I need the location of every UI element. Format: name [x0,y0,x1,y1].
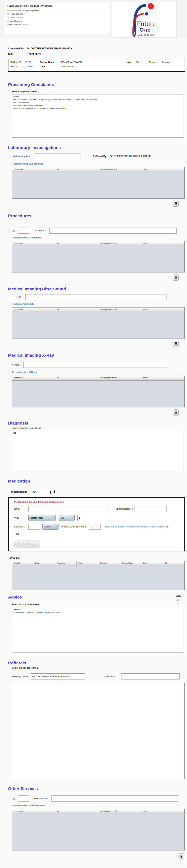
lab-investigation-input[interactable] [35,153,80,159]
frequency-select[interactable]: OD ▼ [59,515,75,521]
gender-label: Gender : [149,61,162,63]
drug-input[interactable] [28,506,109,512]
age-label: Age : [127,61,136,63]
recommended-other-services-link[interactable]: Recommended Other Services [12,804,45,807]
other-services-label: Other Services : [33,797,49,800]
gender-value: Female [162,61,170,63]
diagnosis-textarea[interactable]: ISQ [12,431,184,471]
drug-col-drug: Drug [33,561,55,566]
drug-col-note: Note [141,561,163,566]
company-phone-2: T: +24 84 225 252 [7,16,110,19]
drug-col-duration-type: Duration Type [120,561,141,566]
add-drug-button[interactable]: + Add Drug [14,540,40,548]
other-qty-input[interactable] [18,796,29,802]
drug-col-id: Drug ID [12,561,33,566]
recommended-procedures-link[interactable]: Recommended Procedures [12,237,42,239]
chevron-down-icon: ▼ [51,515,55,521]
visit-id-colon: : [22,65,26,68]
recommended-lab-testings-link[interactable]: Recommended Lab Testings [12,162,43,165]
way-select[interactable]: Before Meal ▼ [28,515,56,521]
special-notes-input[interactable] [135,506,167,512]
drug-entry-panel: Please select the Drug from Drug suggess… [8,497,185,551]
total-label: Total [14,532,25,535]
patient-info-box: Patient ID : 7239 Patient Name : LEONOR … [8,59,185,72]
referring-doctor-input[interactable] [31,674,85,680]
prescription-id-input[interactable] [30,489,48,495]
consultation-form-page: Future Care by Future Holdings (Pty) Lim… [0,0,187,868]
logo-care-re: re [146,27,150,33]
way-selected-value: Before Meal [30,517,43,519]
xray-col-status: Status [141,376,184,380]
special-notes-label: Special Notes [116,507,130,510]
clear-other-services-button[interactable] [179,853,184,859]
drug-col-duration: Duration [98,561,120,566]
referrals-label: Select the needed Refferal [12,666,187,669]
procedures-qty-label: Qty : [12,229,16,232]
refresh-icon [50,489,55,495]
date-label: Date [8,53,27,56]
decimal-hint-text: Please add as decimal numbers when addin… [104,525,170,528]
company-name: Future Care by Future Holdings (Pty) Lim… [7,5,102,8]
advice-title: Advice [8,595,22,599]
drug-list-table: Drug ID Drug Fequency Way Duration Durat… [12,561,185,590]
drug-label: Drug [14,507,25,510]
procedures-input[interactable] [49,227,177,234]
uss-col-status: Status [141,308,184,312]
trash-outline-icon [176,595,181,601]
consultant-input[interactable] [121,674,180,680]
procedures-table-body [12,246,184,272]
complaints-textarea[interactable]: pt seen, Abd USS showed scleroatrophic s… [12,94,184,137]
medication-title: Medication [8,479,187,484]
lab-testings-table: Department ID Investigation/Service Stat… [12,167,185,198]
clear-xray-list-button[interactable] [173,409,179,415]
total-colon: : [25,532,28,535]
svg-text:C♥re: C♥re [140,27,150,33]
lab-col-investigation: Investigation/Service [98,167,142,172]
per-meal-input[interactable] [89,524,101,530]
proc-col-status: Status [141,241,184,246]
trash-icon [174,276,177,279]
duration-type-select[interactable]: Day/s ▼ [42,524,59,530]
advice-textarea[interactable]: reassure To do Brain CT, see the Orthopa… [12,607,184,652]
company-address: Le Chainter,Victoria,Mahe,Seychelles [7,9,110,12]
duration-input[interactable] [28,524,40,530]
xrays-input[interactable] [23,362,167,368]
recommended-uss-link[interactable]: Recommended USS [12,303,34,305]
trash-icon [174,411,177,414]
clear-procedures-list-button[interactable] [173,275,179,281]
diagnosis-title: Diagnosis [8,421,187,426]
frequency-count-input[interactable] [77,515,87,521]
procedures-label: Procedures : [34,229,47,232]
uss-input[interactable] [25,294,166,300]
procedures-qty-input[interactable] [18,227,29,234]
proc-col-id: ID [55,241,98,246]
referred-by-label: Reffered By : [93,155,108,158]
consultant-label: Consultant [105,675,116,678]
xray-col-id: ID [55,376,98,380]
xray-table: Department ID Investigation/Service Stat… [12,376,185,407]
delete-advice-button[interactable] [176,595,181,602]
add-drug-label: Add Drug [23,543,35,546]
future-care-logo-icon: Future C♥re Body Mind Soul [127,2,161,37]
advice-label: Enter Doctor's Advice Here [12,603,187,606]
uss-col-id: ID [55,308,98,312]
trash-icon [180,855,183,858]
clear-uss-list-button[interactable] [173,341,179,347]
clear-lab-list-button[interactable] [173,200,179,207]
other-col-investigation: Investigation / Service [98,809,142,814]
patient-name-label: Patient Name : [40,61,60,63]
lab-col-department: Department [12,167,55,172]
visit-id-label: Visit ID [10,65,22,68]
other-services-input[interactable] [51,796,178,802]
consultation-date-row: Date : 2024-06-27 [8,53,187,56]
referral-list-box[interactable] [12,683,185,779]
duration-label: Duration : [14,525,28,528]
company-phone-1: T: +24 82 593 593 [7,13,110,16]
refresh-prescription-button[interactable] [50,489,55,495]
patient-id-value: 7239 [26,61,40,63]
ultrasound-title: Medical Imaging Ultra Sound [8,286,187,291]
uss-col-investigation: Investigation/Service [98,308,142,312]
recommended-xrays-link[interactable]: Recommended X-Rays [12,371,37,373]
company-info-card: Future Care by Future Holdings (Pty) Lim… [4,2,110,34]
prescription-id-label: Prescription ID : [10,490,28,493]
